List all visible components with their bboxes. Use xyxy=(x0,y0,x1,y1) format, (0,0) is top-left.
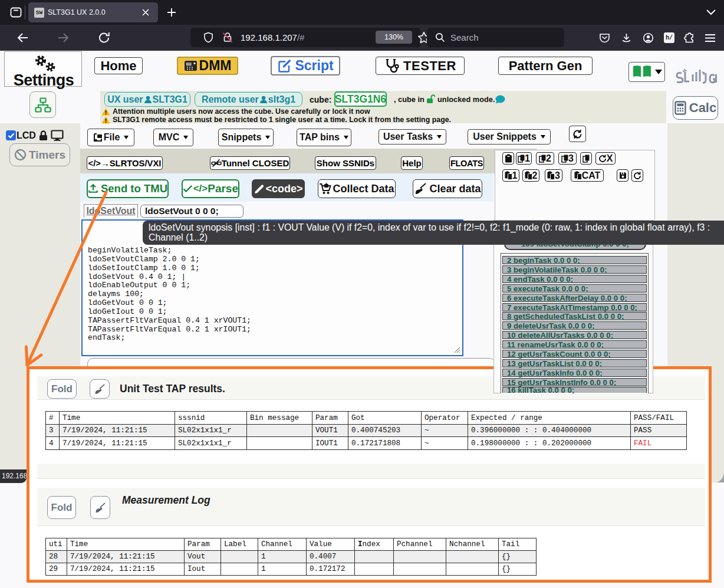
svg-text:000: 000 xyxy=(187,63,192,65)
